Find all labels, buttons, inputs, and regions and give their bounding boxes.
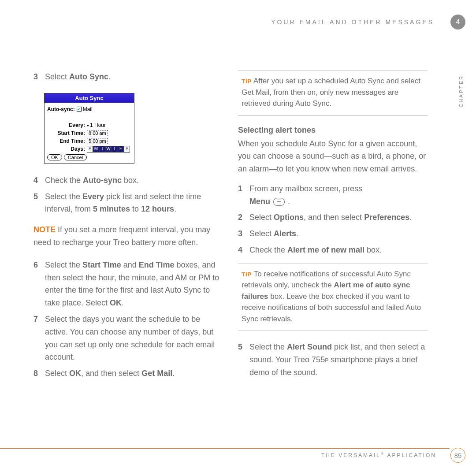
palm-label: End Time: (47, 138, 85, 144)
palm-body: Auto-sync: ✔ Mail Every: 1 Hour Start Ti… (45, 103, 134, 163)
footer-title: THE VERSAMAIL® APPLICATION (321, 452, 436, 458)
day-toggle[interactable]: T (99, 146, 105, 152)
step-number: 8 (33, 367, 45, 380)
step-8: 8 Select OK, and then select Get Mail. (33, 367, 223, 380)
step-text: Select the Alert Sound pick list, and th… (249, 341, 428, 379)
footer-rule (0, 448, 450, 449)
step-number: 4 (33, 174, 45, 187)
page-number: 85 (450, 448, 465, 463)
rstep-4: 4 Check the Alert me of new mail box. (238, 244, 428, 257)
note-paragraph: NOTE If you set a more frequent interval… (33, 223, 223, 249)
bold-text: End Time (139, 260, 175, 269)
tip-label: TIP (242, 271, 252, 278)
rstep-5: 5 Select the Alert Sound pick list, and … (238, 341, 428, 379)
chapter-number-badge: 4 (450, 15, 465, 30)
palm-days-row: Days: S M T W T F S (47, 146, 131, 152)
page-body: 3 Select Auto Sync. Auto Sync Auto-sync:… (33, 71, 430, 383)
palm-end-row: End Time: 5:00 pm (47, 138, 131, 144)
palm-value: Mail (83, 106, 93, 112)
tip-text: After you set up a scheduled Auto Sync a… (242, 77, 420, 108)
bold-text: Auto Sync (69, 72, 108, 81)
bold-text: Alerts (274, 229, 296, 238)
palm-label: Every: (47, 122, 85, 128)
text: Check the (249, 245, 287, 254)
text: , and then select (81, 369, 141, 378)
bold-text: 12 hours (141, 205, 174, 213)
day-toggle[interactable]: M (93, 146, 99, 152)
text: Select the (45, 192, 82, 201)
step-text: Select the days you want the schedule to… (45, 313, 223, 364)
bold-text: OK (110, 298, 122, 307)
left-column: 3 Select Auto Sync. Auto Sync Auto-sync:… (33, 71, 223, 383)
bold-text: Start Time (82, 260, 121, 269)
step-6: 6 Select the Start Time and End Time box… (33, 259, 223, 309)
text: . (122, 298, 124, 307)
bold-text: Alert Sound (287, 342, 332, 351)
text: . (108, 72, 111, 81)
step-number: 2 (238, 211, 249, 224)
time-field[interactable]: 5:00 pm (87, 138, 108, 144)
step-text: Select Alerts. (249, 227, 428, 240)
palm-autosync-row: Auto-sync: ✔ Mail (47, 106, 131, 112)
ok-button[interactable]: OK (47, 154, 62, 160)
text: Select (249, 229, 274, 238)
bold-text: Options (274, 213, 304, 222)
text: . (172, 369, 175, 378)
dropdown-icon[interactable] (87, 122, 90, 128)
tip-box: TIP After you set up a scheduled Auto Sy… (238, 71, 428, 116)
text: Select (249, 213, 274, 222)
note-label: NOTE (33, 225, 56, 234)
step-text: Select the Start Time and End Time boxes… (45, 259, 223, 309)
day-toggle[interactable]: T (112, 146, 118, 152)
smallcaps-text: P (325, 357, 328, 364)
text: box. (364, 245, 382, 254)
text: Check the (45, 176, 83, 185)
cancel-button[interactable]: Cancel (64, 154, 87, 160)
time-field[interactable]: 8:00 am (87, 130, 108, 136)
footer-app2: APPLICATION (385, 452, 436, 458)
text: From any mailbox screen, press (249, 184, 362, 193)
text: Select (45, 369, 69, 378)
text: and (121, 260, 139, 269)
bold-text: Every (82, 192, 104, 201)
palm-buttons: OK Cancel (47, 154, 131, 160)
step-number: 7 (33, 313, 45, 364)
step-number: 1 (238, 182, 249, 208)
step-text: Select Options, and then select Preferen… (249, 211, 428, 224)
section-title: Selecting alert tones (238, 126, 428, 135)
day-toggle[interactable]: S (87, 146, 93, 152)
day-selector[interactable]: S M T W T F S (87, 146, 130, 152)
step-text: Select Auto Sync. (45, 71, 223, 83)
day-toggle[interactable]: W (105, 146, 112, 152)
checkbox-icon[interactable]: ✔ (77, 107, 82, 112)
bold-text: Preferences (364, 213, 409, 222)
bold-text: Get Mail (141, 369, 172, 378)
text: to (130, 205, 141, 213)
tip-label: TIP (242, 78, 252, 85)
day-toggle[interactable]: F (118, 146, 124, 152)
text: . (296, 229, 298, 238)
palm-label: Days: (47, 146, 85, 152)
step-number: 3 (238, 227, 249, 240)
palm-title-bar: Auto Sync (45, 93, 134, 103)
step-7: 7 Select the days you want the schedule … (33, 313, 223, 364)
tip-text: box. Leave the box checked if you want t… (242, 292, 421, 323)
text: Select the (249, 342, 287, 351)
step-number: 5 (33, 190, 45, 216)
palm-value: 1 Hour (90, 122, 106, 128)
bold-text: OK (69, 369, 81, 378)
step-text: From any mailbox screen, press Menu ☰ . (249, 182, 428, 208)
step-text: Select OK, and then select Get Mail. (45, 367, 223, 380)
text: . (288, 197, 290, 206)
palm-start-row: Start Time: 8:00 am (47, 130, 131, 136)
step-text: Check the Alert me of new mail box. (249, 244, 428, 257)
day-toggle[interactable]: S (124, 146, 130, 152)
text: box. (122, 176, 139, 185)
chapter-label: CHAPTER (458, 75, 464, 108)
step-text: Check the Auto-sync box. (45, 174, 223, 187)
step-number: 6 (33, 259, 45, 309)
right-column: TIP After you set up a scheduled Auto Sy… (238, 71, 428, 383)
rstep-3: 3 Select Alerts. (238, 227, 428, 240)
text: , and then select (304, 213, 364, 222)
menu-key-icon: ☰ (273, 198, 285, 206)
